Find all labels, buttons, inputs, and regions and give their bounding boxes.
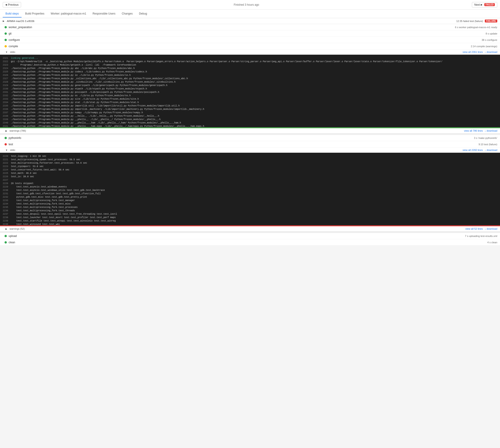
compile-stdio-header: ▼ stdio view all 2361 lines ↓ download <box>0 49 500 55</box>
test-warnings-right: view all 52 lines ↓ download <box>465 227 497 230</box>
test-warnings-toggle[interactable]: ▶ <box>5 228 7 230</box>
previous-button[interactable]: ◀ Previous <box>3 2 21 7</box>
build-title: Finished 3 hours ago <box>234 3 259 6</box>
build-expand-icon[interactable]: ▶ <box>3 20 4 22</box>
step-name-upload[interactable]: upload <box>9 234 17 238</box>
code-line: 2323 Programs/_bootstrap_python.o Module… <box>3 63 497 67</box>
test-download-link[interactable]: ↓ download <box>484 149 497 151</box>
compile-code-block: 2321linking generated...2322gcc -I/opt/h… <box>0 55 500 127</box>
compile-stdio-label: stdio <box>10 51 15 53</box>
code-line: 2226test_io: 39.0 sec <box>3 175 497 178</box>
code-line: 2234 test.test_multiprocessing_fork.test… <box>3 202 497 206</box>
code-line: 2322gcc -I/opt/homebrew/lib -o _bootstra… <box>3 60 497 63</box>
test-code-block: 2220test_logging: 1 min 30 sec2221test_m… <box>0 153 500 225</box>
step-time-clean: 4 s clean <box>487 241 497 244</box>
compile-stdio-toggle[interactable]: ▼ <box>5 51 8 53</box>
step-time-test: 9:10 test (failure) <box>478 143 497 146</box>
code-line: 2224test_concurrent_futures.test_wait: 5… <box>3 168 497 172</box>
tab-build-properties[interactable]: Build Properties <box>22 10 47 17</box>
code-line: 2334./bootstrap_python ./Programs/freeze… <box>3 101 497 104</box>
step-name-configure[interactable]: configure <box>9 38 20 42</box>
status-dot-clean <box>4 241 7 243</box>
code-line: 2221test_multiprocessing_spawn.test_proc… <box>3 158 497 161</box>
code-line: 2223test_zipimport: 53.8 sec <box>3 165 497 168</box>
step-name-worker_preparation[interactable]: worker_preparation <box>9 26 32 29</box>
build-title-left: ▶ ARM64 macOS 3.x/8336 <box>3 20 34 22</box>
code-line: 2336./bootstrap_python ./Programs/freeze… <box>3 108 497 111</box>
step-row-upload: upload7 s uploading test-results.xml <box>0 233 500 239</box>
tab-debug[interactable]: Debug <box>136 10 150 17</box>
code-line: 2324./bootstrap_python ./Programs/freeze… <box>3 67 497 70</box>
compile-download-link[interactable]: ↓ download <box>484 51 497 53</box>
test-stdio-label: stdio <box>10 149 15 151</box>
code-line: 2236 test.test_multiprocessing_fork.test… <box>3 209 497 212</box>
test-stdio-header-left: ▼ stdio <box>5 149 15 151</box>
compile-warnings-left: ▶ warnings (786) <box>5 129 26 132</box>
top-nav: ◀ Previous Finished 3 hours ago Next ▶ F… <box>0 0 500 10</box>
compile-stdio-header-right: view all 2361 lines ↓ download <box>463 51 497 53</box>
status-dot-configure <box>4 39 7 41</box>
step-time-pythoninfo: 3 s 'make pythoninfo' <box>474 137 497 139</box>
step-name-git[interactable]: git <box>9 32 12 35</box>
code-line: 2331./bootstrap_python ./Programs/freeze… <box>3 91 497 94</box>
step-time-worker_preparation: 6 s worker pablogsal-macos-m1 ready <box>455 26 497 29</box>
step-name-clean[interactable]: clean <box>9 241 15 244</box>
step-name-pythoninfo[interactable]: pythoninfo <box>9 136 21 140</box>
code-line: 2328./bootstrap_python ./Programs/freeze… <box>3 80 497 84</box>
code-line: 2332./bootstrap_python ./Programs/freeze… <box>3 94 497 97</box>
compile-stdio-header-left: ▼ stdio <box>5 51 15 53</box>
build-platform-label: ARM64 macOS 3.x/8336 <box>7 20 34 22</box>
compile-view-all-link[interactable]: view all 2361 lines <box>463 51 483 53</box>
code-line: 2333./bootstrap_python ./Programs/freeze… <box>3 97 497 101</box>
test-warnings-left: ▶ warnings (52) <box>5 227 25 230</box>
tab-changes[interactable]: Changes <box>119 10 135 17</box>
code-line: 2227 <box>3 178 497 182</box>
code-line: 2325./bootstrap_python ./Programs/freeze… <box>3 70 497 74</box>
code-line: 2340./bootstrap_python ./Programs/freeze… <box>3 121 497 125</box>
test-view-all-link[interactable]: view all 2260 lines <box>463 149 483 151</box>
test-stdio-toggle[interactable]: ▼ <box>5 149 8 151</box>
code-line: 2238 test.test_launcher test.test_msvrt … <box>3 216 497 219</box>
status-dot-worker_preparation <box>4 26 7 28</box>
compile-warnings-view-link[interactable]: view all 786 lines <box>464 129 483 132</box>
status-dot-test <box>4 143 7 145</box>
code-line: 2337./bootstrap_python ./Programs/freeze… <box>3 111 497 114</box>
step-name-test[interactable]: test <box>9 143 13 146</box>
test-stdio-header-right: view all 2260 lines ↓ download <box>463 149 497 151</box>
build-title-right: 12:35 failed test (failure) FAILURE <box>456 19 497 22</box>
code-line: 2326./bootstrap_python ./Programs/freeze… <box>3 74 497 77</box>
code-line: 2321linking generated... <box>3 57 497 60</box>
code-line: 2339./bootstrap_python ./Programs/freeze… <box>3 118 497 121</box>
code-line: 2232 pytest_gdb.test_misc test.test_gdb.… <box>3 195 497 199</box>
step-row-git: git8 s update <box>0 31 500 37</box>
tab-responsible-users[interactable]: Responsible Users <box>90 10 118 17</box>
test-warnings-view-link[interactable]: view all 52 lines <box>465 227 483 230</box>
code-line: 2230 test.test_asyncio.test_windows_util… <box>3 189 497 192</box>
code-line: 2329./bootstrap_python ./Programs/freeze… <box>3 84 497 87</box>
code-line: 2229 test.test_asyncio.test_windows_even… <box>3 185 497 189</box>
code-line: 2327./bootstrap_python ./Programs/freeze… <box>3 77 497 80</box>
build-failed-count: 12:35 failed test (failure) <box>456 20 483 22</box>
code-line: 2222test_multiprocessing_forkserver.test… <box>3 161 497 165</box>
code-line: 222826 tests skipped: <box>3 182 497 185</box>
code-line: 2338./bootstrap_python ./Programs/freeze… <box>3 114 497 118</box>
code-line: 2330./bootstrap_python ./Programs/freeze… <box>3 87 497 91</box>
step-name-compile[interactable]: compile <box>9 45 18 48</box>
compile-warnings-toggle[interactable]: ▶ <box>5 129 7 132</box>
step-row-configure: configure38 s configure <box>0 37 500 43</box>
build-tabs: Build steps Build Properties Worker: pab… <box>0 10 500 18</box>
compile-warnings-label: warnings (786) <box>10 129 26 132</box>
step-time-git: 8 s update <box>486 32 497 35</box>
code-line: 2220test_logging: 1 min 30 sec <box>3 155 497 158</box>
step-row-test: test9:10 test (failure) <box>0 141 500 147</box>
tab-build-steps[interactable]: Build steps <box>3 10 22 17</box>
next-button[interactable]: Next ▶ FAILED <box>472 2 497 7</box>
code-line: 2240 test.test_winsound test.test_wmi <box>3 223 497 225</box>
step-row-pythoninfo: pythoninfo3 s 'make pythoninfo' <box>0 135 500 141</box>
test-warnings-download-link[interactable]: ↓ download <box>484 227 497 230</box>
step-time-configure: 38 s configure <box>482 39 497 41</box>
code-line: 2225test_math: 40.9 sec <box>3 172 497 175</box>
compile-warnings-download-link[interactable]: ↓ download <box>484 129 497 132</box>
step-row-compile: compile2:14 compile (warnings) <box>0 43 500 49</box>
tab-worker[interactable]: Worker: pablogsal-macos-m1 <box>48 10 89 17</box>
